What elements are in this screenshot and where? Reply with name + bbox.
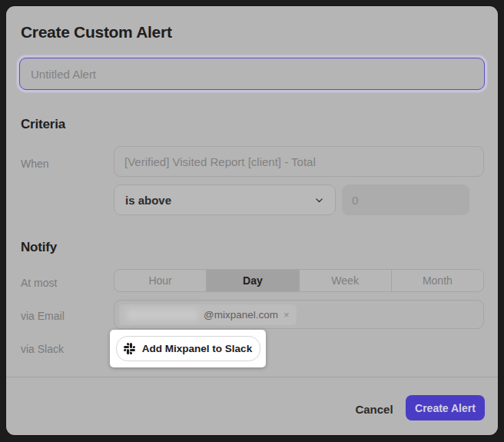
frequency-option-hour[interactable]: Hour	[114, 270, 207, 291]
when-label: When	[21, 158, 49, 170]
slack-button-label: Add Mixpanel to Slack	[142, 343, 252, 354]
email-chip: @mixpanel.com ×	[119, 304, 297, 325]
email-domain: @mixpanel.com	[204, 309, 278, 321]
at-most-label: At most	[21, 277, 57, 289]
slack-button-spotlight: Add Mixpanel to Slack	[110, 330, 266, 367]
threshold-input[interactable]	[342, 184, 469, 215]
metric-select[interactable]: [Verified] Visited Report [client] - Tot…	[114, 146, 484, 177]
via-slack-label: via Slack	[21, 343, 64, 355]
frequency-option-week[interactable]: Week	[300, 270, 392, 291]
dialog-title: Create Custom Alert	[21, 23, 172, 42]
footer-divider	[6, 377, 498, 377]
notify-heading: Notify	[21, 240, 57, 255]
remove-email-icon[interactable]: ×	[284, 310, 290, 320]
chevron-down-icon	[314, 195, 324, 205]
frequency-option-month[interactable]: Month	[392, 270, 483, 291]
slack-icon	[124, 343, 135, 354]
cancel-button[interactable]: Cancel	[350, 400, 399, 418]
operator-dropdown[interactable]: is above	[114, 184, 336, 215]
metric-value: [Verified] Visited Report [client] - Tot…	[124, 155, 316, 168]
create-alert-button[interactable]: Create Alert	[406, 395, 485, 420]
create-custom-alert-dialog: Create Custom Alert Criteria When [Verif…	[6, 6, 498, 435]
frequency-segmented-control: Hour Day Week Month	[114, 269, 484, 292]
email-user-redacted	[126, 309, 198, 321]
alert-name-input[interactable]	[19, 58, 485, 90]
operator-value: is above	[125, 194, 171, 207]
criteria-heading: Criteria	[21, 117, 65, 132]
email-recipients-input[interactable]: @mixpanel.com ×	[114, 300, 484, 329]
via-email-label: via Email	[21, 310, 65, 322]
add-mixpanel-to-slack-button[interactable]: Add Mixpanel to Slack	[116, 336, 260, 361]
frequency-option-day[interactable]: Day	[207, 270, 299, 291]
